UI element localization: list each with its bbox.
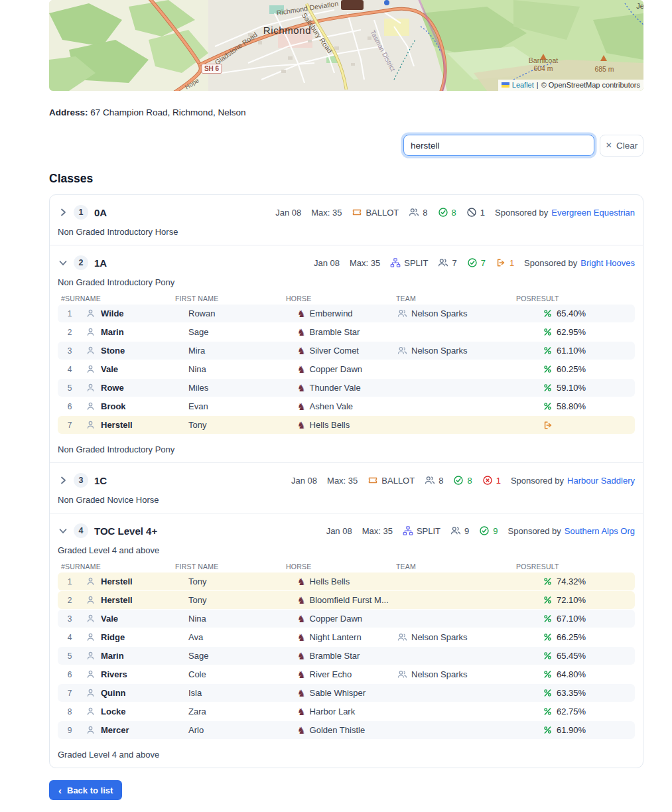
horse-cell: ♞Emberwind bbox=[297, 308, 397, 318]
horse-name: Golden Thistle bbox=[310, 725, 366, 735]
sponsored-prefix: Sponsored by bbox=[524, 258, 577, 268]
horse-cell: ♞Bramble Star bbox=[297, 651, 397, 661]
rider-surname-cell: Locke bbox=[82, 707, 188, 716]
person-icon bbox=[86, 420, 96, 430]
class-date: Jan 08 bbox=[326, 526, 352, 536]
row-position: 6 bbox=[58, 402, 82, 411]
horse-icon: ♞ bbox=[297, 651, 306, 661]
rider-surname: Marin bbox=[101, 651, 124, 661]
confirmed-stat: 8 bbox=[453, 475, 472, 486]
col-header-horse: HORSE bbox=[283, 563, 393, 571]
members-stat: 7 bbox=[438, 257, 456, 268]
rider-surname-cell: Marin bbox=[82, 651, 188, 661]
team-name: Nelson Sparks bbox=[411, 632, 468, 642]
table-body: 1HerstellTony♞Hells Bells74.32%2Herstell… bbox=[58, 573, 635, 739]
row-position: 9 bbox=[58, 726, 82, 735]
percent-icon bbox=[543, 632, 553, 642]
mode-label: BALLOT bbox=[381, 476, 415, 486]
team-cell: Nelson Sparks bbox=[397, 632, 543, 642]
rider-surname-cell: Vale bbox=[82, 364, 188, 374]
sponsored-prefix: Sponsored by bbox=[511, 476, 564, 486]
result-value: 74.32% bbox=[557, 576, 586, 586]
result-cell: 64.80% bbox=[543, 669, 635, 679]
table-body: 1WildeRowan♞EmberwindNelson Sparks65.40%… bbox=[58, 304, 635, 434]
horse-name: Emberwind bbox=[310, 308, 353, 318]
rider-surname-cell: Stone bbox=[82, 346, 188, 356]
map[interactable]: Richmond DeviationRichmondGladstone Road… bbox=[49, 0, 643, 91]
horse-cell: ♞Night Lantern bbox=[297, 632, 397, 642]
horse-icon: ♞ bbox=[297, 309, 306, 318]
confirmed-stat: 7 bbox=[467, 257, 486, 268]
sponsor-link[interactable]: Evergreen Equestrian bbox=[551, 208, 635, 218]
map-label: Barnicoat bbox=[529, 56, 558, 64]
class-header[interactable]: 2 1A Jan 08 Max: 35 SPLIT bbox=[58, 253, 635, 272]
sponsor-link[interactable]: Harbour Saddlery bbox=[567, 476, 635, 486]
check-circle-icon bbox=[479, 525, 490, 536]
rejected-count: 1 bbox=[496, 476, 501, 486]
horse-name: Sable Whisper bbox=[310, 688, 366, 698]
table-row: 9MercerArlo♞Golden Thistle61.90% bbox=[58, 721, 635, 739]
chevron-down-icon[interactable] bbox=[58, 257, 68, 268]
clear-button[interactable]: ✕ Clear bbox=[600, 135, 643, 157]
chevron-right-icon[interactable] bbox=[58, 207, 68, 218]
percent-icon bbox=[543, 669, 553, 679]
horse-cell: ♞Copper Dawn bbox=[297, 364, 397, 374]
rider-surname-cell: Marin bbox=[82, 327, 188, 337]
horse-cell: ♞Thunder Vale bbox=[297, 383, 397, 393]
person-icon bbox=[86, 725, 96, 735]
col-header-surname: #SURNAME bbox=[58, 563, 172, 571]
result-value: 63.35% bbox=[557, 688, 586, 698]
class-header[interactable]: 3 1C Jan 08 Max: 35 BALLOT bbox=[58, 471, 635, 490]
search-input[interactable] bbox=[403, 135, 594, 156]
sponsored-item: Sponsored by Bright Hooves bbox=[524, 258, 635, 268]
class-code: 0A bbox=[94, 207, 107, 218]
result-value: 62.75% bbox=[557, 707, 586, 716]
horse-cell: ♞Bloomfield Furst M... bbox=[297, 595, 397, 605]
rider-surname: Marin bbox=[101, 327, 124, 337]
confirmed-count: 7 bbox=[481, 258, 486, 268]
col-header-team: TEAM bbox=[393, 295, 513, 303]
horse-name: Silver Comet bbox=[310, 346, 359, 356]
rider-surname-cell: Herstell bbox=[82, 595, 188, 605]
split-sitemap-icon bbox=[390, 257, 401, 268]
result-value: 66.25% bbox=[557, 632, 586, 642]
table-row: 7QuinnIsla♞Sable Whisper63.35% bbox=[58, 684, 635, 702]
sponsor-link[interactable]: Southern Alps Org bbox=[565, 526, 635, 536]
address-value: 67 Champion Road, Richmond, Nelson bbox=[90, 107, 245, 117]
sponsor-link[interactable]: Bright Hooves bbox=[580, 258, 635, 268]
result-cell: 61.10% bbox=[543, 346, 635, 356]
split-sitemap-icon bbox=[403, 525, 413, 536]
table-row: 1WildeRowan♞EmberwindNelson Sparks65.40% bbox=[58, 304, 635, 322]
class-header[interactable]: 1 0A Jan 08 Max: 35 BALLOT bbox=[58, 203, 635, 222]
rider-surname: Wilde bbox=[101, 308, 124, 318]
class-description: Graded Level 4 and above bbox=[58, 545, 635, 555]
leaflet-link[interactable]: Leaflet bbox=[512, 80, 534, 90]
percent-icon bbox=[543, 707, 553, 716]
search-row: ✕ Clear bbox=[49, 133, 643, 157]
percent-icon bbox=[543, 401, 553, 411]
rider-surname: Ridge bbox=[101, 632, 125, 642]
col-header-result: POSRESULT bbox=[513, 563, 635, 571]
confirmed-stat: 8 bbox=[438, 207, 456, 218]
back-to-list-button[interactable]: ‹ Back to list bbox=[49, 780, 122, 800]
result-cell: 60.25% bbox=[543, 364, 635, 374]
chevron-right-icon[interactable] bbox=[58, 475, 68, 486]
rider-first-name: Tony bbox=[188, 576, 297, 586]
horse-icon: ♞ bbox=[297, 689, 306, 698]
class-section-1A: 2 1A Jan 08 Max: 35 SPLIT bbox=[50, 245, 643, 462]
result-value: 61.90% bbox=[557, 725, 586, 735]
class-footer-description: Graded Level 4 and above bbox=[58, 750, 635, 760]
result-cell: 62.75% bbox=[543, 707, 635, 716]
rider-surname-cell: Herstell bbox=[82, 576, 188, 586]
rider-surname-cell: Rowe bbox=[82, 383, 188, 393]
table-row: 4ValeNina♞Copper Dawn60.25% bbox=[58, 360, 635, 378]
chevron-down-icon[interactable] bbox=[58, 525, 68, 536]
result-cell: 58.80% bbox=[543, 401, 635, 411]
horse-cell: ♞River Echo bbox=[297, 669, 397, 679]
members-stat: 8 bbox=[409, 207, 427, 218]
result-value: 61.10% bbox=[557, 346, 586, 356]
horse-icon: ♞ bbox=[297, 577, 306, 586]
class-number-badge: 2 bbox=[74, 255, 88, 270]
result-cell: 65.40% bbox=[543, 308, 635, 318]
class-header[interactable]: 4 TOC Level 4+ Jan 08 Max: 35 SPLIT bbox=[58, 521, 635, 540]
